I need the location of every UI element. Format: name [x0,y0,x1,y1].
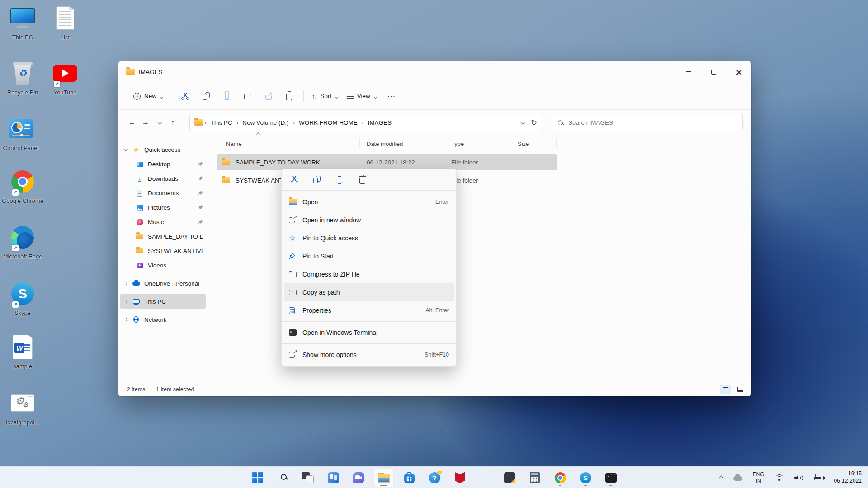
new-button[interactable]: New [129,89,167,103]
sidebar-item-this-pc[interactable]: This PC [120,294,206,309]
wifi-button[interactable] [773,473,786,483]
task-view-button[interactable] [298,469,317,487]
minimize-button[interactable] [675,61,701,83]
chevron-right-icon[interactable] [124,318,132,321]
recent-locations-button[interactable] [152,115,166,130]
breadcrumb-work-from-home[interactable]: WORK FROM HOME [296,117,360,128]
delete-button[interactable] [279,88,300,104]
menu-item-open-in-windows-terminal[interactable]: >_ Open in Windows Terminal [284,324,454,342]
view-button[interactable]: View [342,89,381,103]
sidebar-item-desktop[interactable]: Desktop [120,157,206,171]
menu-item-show-more-options[interactable]: ↗ Show more options Shift+F10 [284,346,454,364]
menu-item-copy-as-path[interactable]: \.. Copy as path [284,283,454,301]
taskbar-microsoft-store[interactable] [400,469,419,487]
breadcrumb-new-volume-d[interactable]: New Volume (D:) [240,117,291,128]
menu-item-pin-to-quick-access[interactable]: ☆ Pin to Quick access [284,229,454,247]
close-button[interactable] [726,61,751,83]
this-pc-icon [133,299,140,304]
back-button[interactable]: ← [125,115,139,130]
menu-item-compress-to-zip[interactable]: Compress to ZIP file [284,265,454,283]
sidebar-item-downloads[interactable]: ↓ Downloads [120,171,206,186]
large-icons-view-button[interactable] [734,385,746,394]
desktop-icon-sample[interactable]: W sample [2,333,43,370]
title-bar[interactable]: IMAGES [118,61,751,83]
rename-button[interactable] [237,88,258,104]
address-dropdown-icon[interactable] [520,120,525,124]
sidebar-item-sample-day-folder[interactable]: SAMPLE_DAY TO DA [120,229,206,244]
taskbar-get-help[interactable]: ? [425,469,444,487]
chevron-down-icon[interactable] [124,148,132,151]
sidebar-item-documents[interactable]: Documents [120,186,206,200]
chevron-right-icon[interactable] [124,282,132,285]
column-header-name[interactable]: Name [217,138,360,149]
taskbar-file-explorer[interactable] [374,469,393,487]
refresh-icon[interactable]: ↻ [531,118,537,127]
more-options-button[interactable]: … [381,88,401,104]
onedrive-tray-button[interactable] [731,473,744,483]
context-menu-quick-actions [282,169,456,191]
taskbar-terminal[interactable]: >_ [601,469,620,487]
taskbar-notes-app[interactable] [500,469,519,487]
chevron-right-icon[interactable] [124,300,132,303]
start-button[interactable] [248,469,267,487]
taskbar-search-button[interactable] [273,469,292,487]
sidebar-item-onedrive[interactable]: OneDrive - Personal [120,276,206,291]
sidebar-item-systweak-folder[interactable]: SYSTWEAK ANTIVIR [120,244,206,258]
desktop-icon-youtube[interactable]: ↗ YouTube [44,60,86,96]
widgets-button[interactable] [324,469,343,487]
language-switcher[interactable]: ENGIN [751,469,766,486]
taskbar-mcafee[interactable] [450,469,469,487]
breadcrumb-this-pc[interactable]: This PC [208,117,235,128]
desktop-icon-control-panel[interactable]: Control Panel [0,115,42,152]
copy-button[interactable] [196,88,217,104]
sidebar-item-quick-access[interactable]: ★ Quick access [120,142,206,157]
copy-button[interactable] [308,172,326,188]
sidebar-item-videos[interactable]: Videos [120,258,206,272]
breadcrumb[interactable]: › This PC › New Volume (D:) › WORK FROM … [189,114,542,131]
paste-button[interactable] [217,88,237,104]
file-row-sample-day-to-day-work[interactable]: SAMPLE_DAY TO DAY WORK 06-12-2021 18:22 … [217,154,557,170]
menu-item-pin-to-start[interactable]: Pin to Start [284,247,454,265]
desktop-icon-skype[interactable]: S ↗ Skype [2,280,43,317]
cut-button[interactable] [175,88,196,104]
breadcrumb-images[interactable]: IMAGES [365,117,394,128]
share-button[interactable]: ↗ [258,88,279,104]
open-folder-icon [289,199,297,205]
desktop-icon-recycle-bin[interactable]: ♻ Recycle Bin [2,60,43,96]
cut-button[interactable] [285,172,303,188]
column-header-type[interactable]: Type [443,138,509,149]
menu-item-open[interactable]: Open Enter [284,193,454,211]
desktop-icon-microsoft-edge[interactable]: ↗ Microsoft Edge [2,224,43,260]
sort-button[interactable]: ↑↓ Sort [307,89,342,103]
cut-icon [291,176,298,183]
trash-icon [286,94,292,100]
menu-item-properties[interactable]: Properties Alt+Enter [284,301,454,319]
desktop-icon-label: Recycle Bin [7,89,38,96]
sidebar-item-music[interactable]: ♪ Music [120,215,206,229]
desktop-icon-this-pc[interactable]: This PC [2,5,43,41]
column-header-size[interactable]: Size [509,138,557,149]
volume-button[interactable] [793,473,806,483]
rename-button[interactable] [330,172,349,188]
chat-button[interactable] [349,469,368,487]
details-view-button[interactable] [720,385,731,394]
delete-button[interactable] [353,172,371,188]
taskbar-calculator[interactable] [525,469,544,487]
taskbar-skype[interactable]: S [576,469,595,487]
taskbar-chrome[interactable] [551,469,570,487]
pin-outline-icon [289,253,295,259]
battery-button[interactable] [812,473,826,483]
desktop-icon-google-chrome[interactable]: ↗ Google Chrome [2,168,43,205]
maximize-button[interactable] [701,61,726,83]
column-header-date-modified[interactable]: Date modified [360,138,443,149]
desktop-icon-list[interactable]: List [44,5,86,41]
forward-button[interactable]: → [139,115,152,130]
menu-item-open-in-new-window[interactable]: ↗ Open in new window [284,211,454,229]
desktop-icon-localgrppol[interactable]: ⚙⚙ localgrppol... [2,389,43,426]
search-input[interactable] [568,119,737,126]
sidebar-item-network[interactable]: Network [120,312,206,327]
up-button[interactable]: ↑ [166,115,179,130]
hidden-icons-button[interactable] [718,474,725,481]
clock[interactable]: 19:1506-12-2021 [832,469,863,486]
sidebar-item-pictures[interactable]: Pictures [120,200,206,215]
